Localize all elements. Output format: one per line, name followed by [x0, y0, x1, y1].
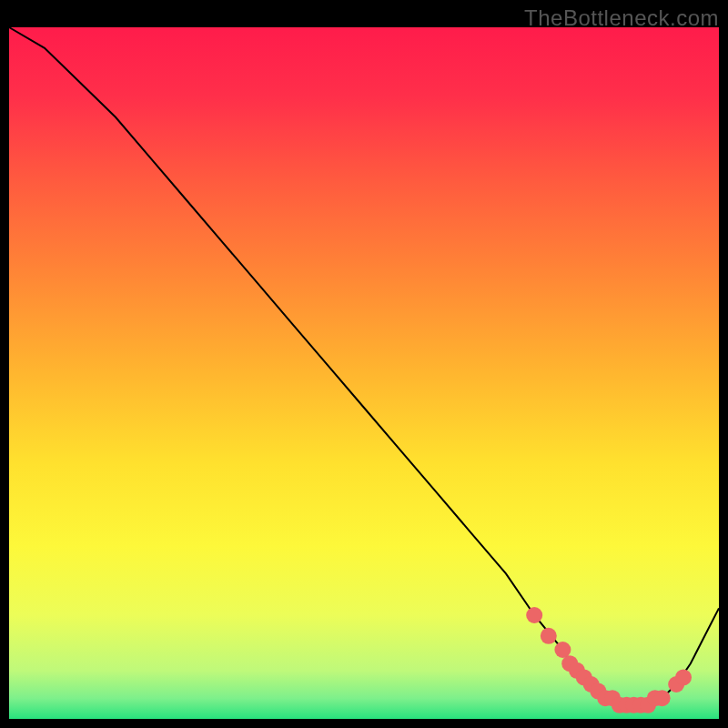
marker-dot [554, 642, 571, 658]
chart-container: TheBottleneck.com [0, 0, 728, 728]
marker-dot [526, 607, 542, 623]
marker-dot [675, 669, 692, 685]
watermark-text: TheBottleneck.com [524, 5, 719, 31]
chart-svg [0, 0, 728, 728]
plot-background [9, 27, 719, 719]
marker-dot [541, 628, 557, 644]
marker-dot [654, 690, 671, 706]
